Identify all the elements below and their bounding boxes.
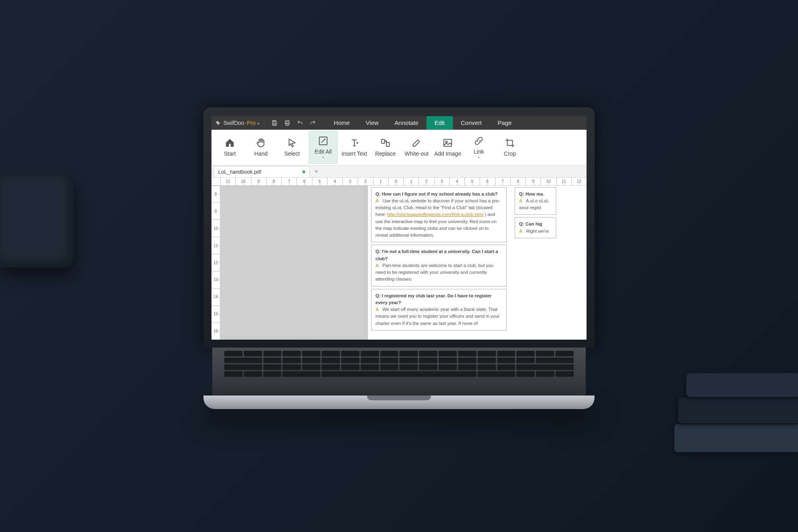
faq-answer: A A uLo uLoL woul regist xyxy=(519,198,552,212)
main-menu: Home View Annotate Edit Convert Page xyxy=(326,116,520,130)
edit-icon xyxy=(318,136,328,146)
tool-edit-all[interactable]: Edit All ▾ xyxy=(309,131,338,164)
ribbon-toolbar: Start Hand Select Edit All ▾ Inser xyxy=(211,130,587,166)
document-canvas[interactable]: Q: How can I figure out if my school alr… xyxy=(220,186,587,340)
answer-label-icon: A xyxy=(375,198,379,203)
page-thumbnail-left xyxy=(220,186,364,336)
faq-item[interactable]: Q: I'm not a full-time student at a univ… xyxy=(371,245,507,286)
ruler-tick: 9 xyxy=(251,178,266,185)
tool-start[interactable]: Start xyxy=(215,131,244,164)
chevron-down-icon: ▾ xyxy=(478,156,480,159)
crop-icon xyxy=(505,138,515,148)
svg-rect-7 xyxy=(386,142,389,146)
tool-label: Start xyxy=(224,150,236,157)
ruler-horizontal: 11109876543210123456789101112 xyxy=(211,178,587,186)
menu-view[interactable]: View xyxy=(358,116,387,130)
redo-icon[interactable] xyxy=(308,118,318,128)
menu-annotate[interactable]: Annotate xyxy=(387,116,427,130)
replace-icon xyxy=(380,138,391,148)
tool-label: Crop xyxy=(504,150,516,157)
ruler-vertical: 8910111213141516 xyxy=(211,186,220,340)
titlebar: SwifDoo-Pro ▾ Home View xyxy=(211,116,587,130)
tool-label: Edit All xyxy=(315,148,332,155)
faq-item-partial[interactable]: Q: Can hig A Right we're xyxy=(515,217,556,238)
eraser-icon xyxy=(411,138,422,148)
document-tab[interactable]: LoL_handbook.pdf xyxy=(214,166,310,177)
print-icon[interactable] xyxy=(282,118,292,128)
ruler-tick: 10 xyxy=(235,178,251,185)
app-name-suffix: -Pro xyxy=(245,120,255,126)
tab-filename: LoL_handbook.pdf xyxy=(218,169,261,175)
ruler-tick: 13 xyxy=(211,271,220,288)
faq-item[interactable]: Q: How can I figure out if my school alr… xyxy=(371,187,507,243)
svg-rect-8 xyxy=(444,139,452,146)
ruler-tick: 7 xyxy=(281,178,296,185)
ruler-tick: 10 xyxy=(541,178,556,185)
menu-convert[interactable]: Convert xyxy=(453,116,490,130)
ruler-tick: 1 xyxy=(373,178,388,185)
ruler-tick: 1 xyxy=(403,178,419,185)
tool-hand[interactable]: Hand xyxy=(247,131,275,164)
tool-label: White-out xyxy=(405,150,429,157)
menu-page[interactable]: Page xyxy=(490,116,519,130)
ruler-tick: 5 xyxy=(464,178,480,185)
ruler-tick: 15 xyxy=(211,305,220,322)
menu-edit[interactable]: Edit xyxy=(427,116,453,130)
tool-link[interactable]: Link ▾ xyxy=(464,131,493,164)
ruler-tick: 8 xyxy=(266,178,281,185)
ruler-tick: 12 xyxy=(211,254,220,271)
ruler-tick: 7 xyxy=(495,178,510,185)
tool-whiteout[interactable]: White-out xyxy=(402,131,431,164)
faq-question: Q: Can hig xyxy=(519,221,552,227)
home-icon xyxy=(225,138,235,148)
ruler-tick: 2 xyxy=(419,178,434,185)
hand-icon xyxy=(256,138,266,148)
ruler-tick: 3 xyxy=(342,178,358,185)
tool-replace[interactable]: Replace xyxy=(371,131,400,164)
svg-rect-0 xyxy=(273,121,275,122)
tool-add-image[interactable]: Add Image xyxy=(433,131,462,164)
ruler-tick: 9 xyxy=(525,178,541,185)
app-name-prefix: SwifDoo xyxy=(223,120,244,126)
faq-question: Q: I'm not a full-time student at a univ… xyxy=(375,248,502,262)
tool-select[interactable]: Select xyxy=(278,131,306,164)
cursor-icon xyxy=(287,138,297,148)
svg-rect-6 xyxy=(381,139,385,143)
save-icon[interactable] xyxy=(269,118,280,128)
new-tab-button[interactable]: ＋ xyxy=(312,167,321,176)
app-logo-icon xyxy=(215,120,221,126)
tool-label: Insert Text xyxy=(342,150,367,157)
text-icon xyxy=(349,138,359,148)
ruler-tick: 6 xyxy=(480,178,495,185)
faq-item-partial[interactable]: Q: How ma A A uLo uLoL woul regist xyxy=(515,187,556,215)
ruler-tick: 11 xyxy=(211,237,220,254)
ruler-tick: 0 xyxy=(388,178,403,185)
ruler-tick: 9 xyxy=(211,202,220,220)
ruler-tick: 12 xyxy=(571,178,587,185)
ruler-tick: 8 xyxy=(211,186,220,203)
link-icon xyxy=(474,136,484,146)
answer-label-icon: A xyxy=(375,307,379,312)
menu-home[interactable]: Home xyxy=(326,116,358,130)
app-dropdown-icon[interactable]: ▾ xyxy=(257,121,259,126)
scene-books xyxy=(666,340,798,452)
ruler-tick: 4 xyxy=(449,178,464,185)
faq-item[interactable]: Q: I registered my club last year. Do I … xyxy=(371,289,507,330)
undo-icon[interactable] xyxy=(295,118,305,128)
ruler-tick: 2 xyxy=(358,178,373,185)
ruler-tick: 10 xyxy=(211,220,220,237)
ruler-tick: 11 xyxy=(556,178,571,185)
faq-link[interactable]: http://ulol.leagueoflegends.com/find-a-c… xyxy=(387,212,483,217)
svg-point-9 xyxy=(446,141,447,143)
page-content: Q: How can I figure out if my school alr… xyxy=(368,186,587,340)
ruler-tick: 4 xyxy=(327,178,342,185)
laptop-frame: SwifDoo-Pro ▾ Home View xyxy=(203,107,595,409)
faq-question: Q: I registered my club last year. Do I … xyxy=(375,293,502,307)
laptop-base xyxy=(203,396,595,409)
scene-mug xyxy=(0,176,74,267)
tool-insert-text[interactable]: Insert Text xyxy=(340,131,369,164)
tool-crop[interactable]: Crop xyxy=(496,131,524,164)
tool-label: Add Image xyxy=(434,150,461,157)
faq-answer: A Use the uLoL website to discover if yo… xyxy=(375,198,502,239)
document-area: 8910111213141516 Q: How can I figure out… xyxy=(211,186,587,340)
